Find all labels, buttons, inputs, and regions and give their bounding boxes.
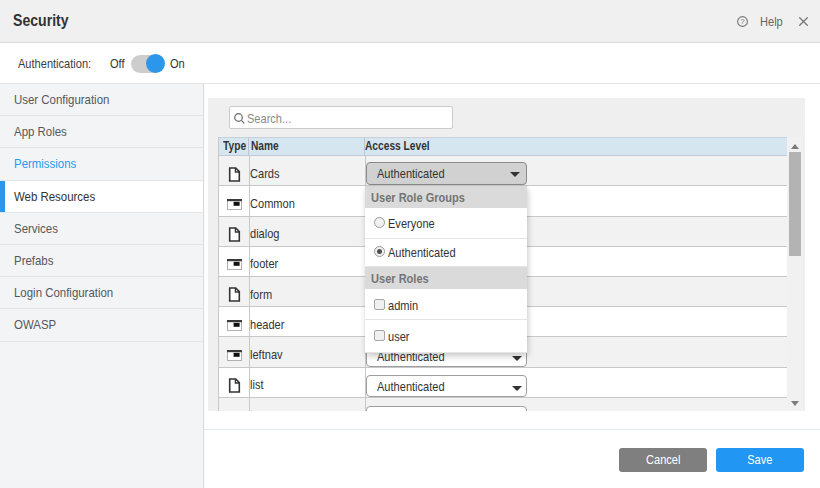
svg-text:?: ?	[740, 17, 745, 26]
